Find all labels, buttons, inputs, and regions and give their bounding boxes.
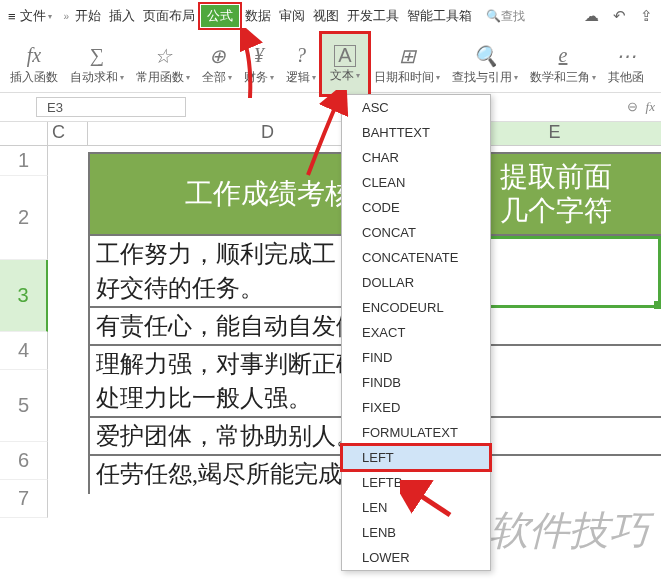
dropdown-item-bahttext[interactable]: BAHTTEXT bbox=[342, 120, 490, 145]
file-menu[interactable]: ≡ 文件 ▾ bbox=[8, 7, 52, 25]
dropdown-item-fixed[interactable]: FIXED bbox=[342, 395, 490, 420]
ribbon-autosum[interactable]: ∑ 自动求和▾ bbox=[64, 34, 130, 94]
chevron-down-icon: ▾ bbox=[120, 73, 124, 82]
window-controls: ☁ ↶ ⇪ bbox=[584, 7, 653, 25]
chevron-down-icon: ▾ bbox=[270, 73, 274, 82]
ribbon-insert-function[interactable]: fx 插入函数 bbox=[4, 34, 64, 94]
cloud-icon[interactable]: ☁ bbox=[584, 7, 599, 25]
tab-layout[interactable]: 页面布局 bbox=[141, 5, 197, 27]
sigma-icon: ∑ bbox=[90, 43, 104, 69]
chevron-down-icon: ▾ bbox=[514, 73, 518, 82]
dropdown-item-code[interactable]: CODE bbox=[342, 195, 490, 220]
name-box[interactable]: E3 bbox=[36, 97, 186, 117]
row-header[interactable]: 3 bbox=[0, 260, 48, 332]
dropdown-item-exact[interactable]: EXACT bbox=[342, 320, 490, 345]
row-headers: 1 2 3 4 5 6 7 bbox=[0, 146, 48, 518]
tab-review[interactable]: 审阅 bbox=[277, 5, 307, 27]
name-box-value: E3 bbox=[47, 100, 63, 115]
dropdown-item-left[interactable]: LEFT bbox=[342, 445, 490, 470]
chevron-down-icon: ▾ bbox=[48, 12, 52, 21]
star-icon: ☆ bbox=[154, 43, 172, 69]
ribbon-all[interactable]: ⊕ 全部▾ bbox=[196, 34, 238, 94]
dropdown-item-asc[interactable]: ASC bbox=[342, 95, 490, 120]
dropdown-item-find[interactable]: FIND bbox=[342, 345, 490, 370]
ribbon-datetime[interactable]: ⊞ 日期和时间▾ bbox=[368, 34, 446, 94]
chevron-down-icon: ▾ bbox=[312, 73, 316, 82]
dropdown-item-dollar[interactable]: DOLLAR bbox=[342, 270, 490, 295]
chevron-down-icon: ▾ bbox=[186, 73, 190, 82]
tab-home[interactable]: 开始 bbox=[73, 5, 103, 27]
tab-tools[interactable]: 智能工具箱 bbox=[405, 5, 474, 27]
row-header[interactable]: 7 bbox=[0, 480, 48, 518]
tab-data[interactable]: 数据 bbox=[243, 5, 273, 27]
dropdown-item-clean[interactable]: CLEAN bbox=[342, 170, 490, 195]
calendar-icon: ⊞ bbox=[399, 43, 416, 69]
fx-icon: fx bbox=[27, 43, 41, 69]
ribbon-logic[interactable]: ? 逻辑▾ bbox=[280, 34, 322, 94]
ribbon-tabs: 开始 插入 页面布局 公式 数据 审阅 视图 开发工具 智能工具箱 bbox=[73, 5, 474, 27]
hamburger-icon: ≡ bbox=[8, 9, 16, 24]
dropdown-item-len[interactable]: LEN bbox=[342, 495, 490, 520]
row-header[interactable]: 4 bbox=[0, 332, 48, 370]
dropdown-item-concat[interactable]: CONCAT bbox=[342, 220, 490, 245]
dropdown-item-concatenate[interactable]: CONCATENATE bbox=[342, 245, 490, 270]
row-header[interactable]: 6 bbox=[0, 442, 48, 480]
chevron-down-icon: ▾ bbox=[592, 73, 596, 82]
dropdown-item-char[interactable]: CHAR bbox=[342, 145, 490, 170]
row-header[interactable]: 5 bbox=[0, 370, 48, 442]
ribbon-other[interactable]: ⋯ 其他函 bbox=[602, 34, 650, 94]
math-icon: e bbox=[559, 43, 568, 69]
share-icon[interactable]: ⇪ bbox=[640, 7, 653, 25]
name-box-row: E3 ⊖ fx bbox=[0, 92, 661, 122]
zoom-out-icon[interactable]: ⊖ bbox=[627, 99, 638, 115]
finance-icon: ¥ bbox=[254, 43, 264, 69]
chevron-down-icon: ▾ bbox=[436, 73, 440, 82]
dropdown-item-leftb[interactable]: LEFTB bbox=[342, 470, 490, 495]
column-headers: C D E bbox=[0, 122, 661, 146]
globe-icon: ⊕ bbox=[209, 43, 226, 69]
chevron-down-icon: ▾ bbox=[228, 73, 232, 82]
logic-icon: ? bbox=[296, 43, 306, 69]
dropdown-item-formulatext[interactable]: FORMULATEXT bbox=[342, 420, 490, 445]
double-chevron-icon: » bbox=[64, 11, 70, 22]
ribbon: fx 插入函数 ∑ 自动求和▾ ☆ 常用函数▾ ⊕ 全部▾ ¥ 财务▾ ? 逻辑… bbox=[0, 32, 661, 92]
menu-bar: ≡ 文件 ▾ » 开始 插入 页面布局 公式 数据 审阅 视图 开发工具 智能工… bbox=[0, 0, 661, 32]
dropdown-item-lenb[interactable]: LENB bbox=[342, 520, 490, 545]
column-header-c[interactable]: C bbox=[48, 122, 88, 145]
text-functions-dropdown[interactable]: ASCBAHTTEXTCHARCLEANCODECONCATCONCATENAT… bbox=[341, 94, 491, 571]
tab-dev[interactable]: 开发工具 bbox=[345, 5, 401, 27]
search-box[interactable]: 🔍 查找 bbox=[486, 8, 525, 25]
more-icon: ⋯ bbox=[616, 43, 636, 69]
dropdown-item-findb[interactable]: FINDB bbox=[342, 370, 490, 395]
spreadsheet-grid[interactable]: C D E 1 2 3 4 5 6 7 工作成绩考核 提取前面 几个字符 工作努… bbox=[0, 122, 661, 518]
fx-bar-icon[interactable]: fx bbox=[646, 99, 655, 115]
undo-icon[interactable]: ↶ bbox=[613, 7, 626, 25]
ribbon-lookup[interactable]: 🔍 查找与引用▾ bbox=[446, 34, 524, 94]
search-icon: 🔍 bbox=[486, 9, 501, 23]
chevron-down-icon: ▾ bbox=[356, 71, 360, 80]
search-placeholder: 查找 bbox=[501, 8, 525, 25]
tab-formula[interactable]: 公式 bbox=[201, 5, 239, 27]
row-header[interactable]: 2 bbox=[0, 176, 48, 260]
ribbon-text[interactable]: A 文本▾ bbox=[322, 34, 368, 94]
row-header[interactable]: 1 bbox=[0, 146, 48, 176]
ribbon-finance[interactable]: ¥ 财务▾ bbox=[238, 34, 280, 94]
ribbon-math[interactable]: e 数学和三角▾ bbox=[524, 34, 602, 94]
tab-view[interactable]: 视图 bbox=[311, 5, 341, 27]
ribbon-recent[interactable]: ☆ 常用函数▾ bbox=[130, 34, 196, 94]
dropdown-item-encodeurl[interactable]: ENCODEURL bbox=[342, 295, 490, 320]
text-icon: A bbox=[334, 45, 356, 67]
dropdown-item-lower[interactable]: LOWER bbox=[342, 545, 490, 570]
file-menu-label: 文件 bbox=[20, 7, 46, 25]
lookup-icon: 🔍 bbox=[473, 43, 498, 69]
tab-insert[interactable]: 插入 bbox=[107, 5, 137, 27]
